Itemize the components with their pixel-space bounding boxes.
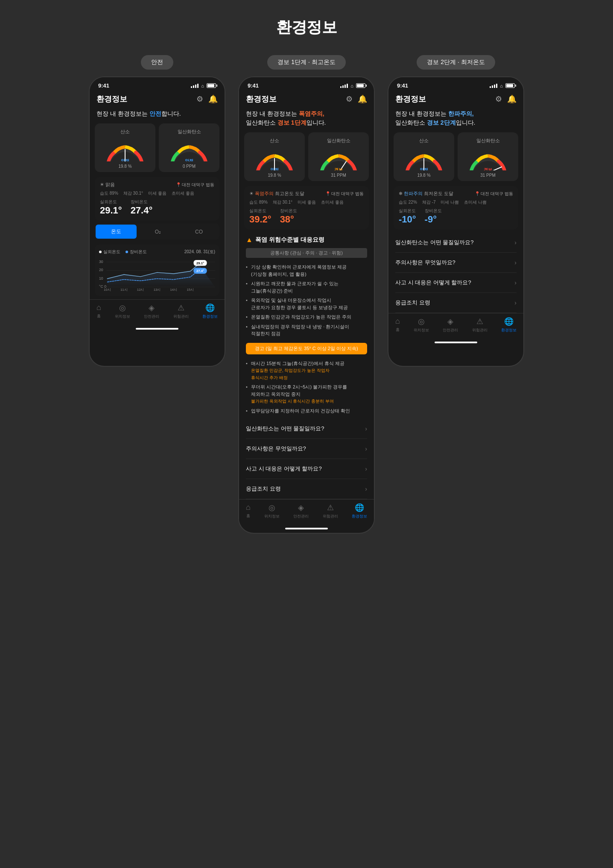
nav-safety-label: 안전관리	[144, 314, 159, 319]
co-gauge-safe: 일산화탄소 안전	[159, 123, 219, 172]
faq-text-4-a2: 응급조치 요령	[395, 299, 430, 307]
header-icons-safe: ⚙ 🔔	[196, 94, 218, 104]
settings-icon-a1[interactable]: ⚙	[346, 94, 353, 104]
humidity-a1: 습도 89%	[249, 199, 268, 205]
weather-strip-alert2: ❄ 한파주의 최저온도 도달 📍 대전 대덕구 법동 습도 22% 체감 -7 …	[394, 186, 518, 229]
weather-temps-a2: 실외온도 -10° 장비온도 -9°	[399, 208, 513, 225]
svg-text:경보: 경보	[484, 167, 492, 170]
app-header-alert2: 환경정보 ⚙ 🔔	[388, 91, 523, 106]
faq-text-4-a1: 응급조치 요령	[246, 485, 281, 493]
nav-location-safe[interactable]: ◎ 위치정보	[115, 303, 130, 319]
common-badge-a1: 공통사항 (관심 · 주의 · 경고 · 위험)	[246, 248, 367, 258]
co-gauge-alert2: 일산화탄소 경보	[458, 132, 518, 181]
phone-alert2-wrapper: 경보 2단계 · 최저온도 9:41 ⌂ 환경정보	[388, 55, 524, 367]
weather-top-a1: ☀ 폭염주의 최고온도 도달 📍 대전 대덕구 법동	[249, 190, 364, 197]
co-label-alert2: 일산화탄소	[476, 137, 500, 144]
cold-highlight2: 경보 2단계	[427, 119, 456, 126]
oxygen-label-alert2: 산소	[419, 137, 429, 144]
nav-danger-safe[interactable]: ⚠ 위험관리	[173, 303, 189, 319]
tab-temp[interactable]: 온도	[96, 225, 137, 239]
ultra-a2: 초미세 나쁨	[464, 199, 487, 205]
nav-env-a2[interactable]: 🌐 환경정보	[501, 317, 517, 333]
settings-icon[interactable]: ⚙	[196, 94, 203, 104]
faq-item-2-a1[interactable]: 주의사항은 무엇일까요? ›	[246, 439, 367, 459]
sub-text-1: 온열질환 민감군, 작업강도가 높은 작업자휴식시간 추가 배정	[251, 368, 330, 380]
bell-icon-a1[interactable]: 🔔	[358, 94, 367, 104]
weather-condition-a2: ❄ 한파주의 최저온도 도달	[399, 190, 453, 197]
danger-icon-a2: ⚠	[476, 317, 483, 326]
bottom-nav-safe: ⌂ 홈 ◎ 위치정보 ◈ 안전관리 ⚠ 위험관리	[90, 299, 225, 324]
nav-safety-label-a2: 안전관리	[443, 327, 458, 333]
chevron-right-icon-3-a2: ›	[514, 279, 517, 286]
nav-danger-a1[interactable]: ⚠ 위험관리	[323, 503, 338, 519]
phone-indicator-safe	[136, 328, 178, 330]
svg-text:30: 30	[99, 260, 103, 264]
nav-env-a1[interactable]: 🌐 환경정보	[352, 503, 367, 519]
alert-item: 온열질환 민감군과 작업강도가 높은 작업은 주의	[246, 312, 367, 322]
svg-text:안전: 안전	[270, 167, 279, 170]
faq-item-1-a2[interactable]: 일산화탄소는 어떤 물질일까요? ›	[395, 233, 517, 253]
alert-title-a1: 폭염 위험수준별 대응요령	[255, 236, 324, 244]
oxygen-gauge-alert2: 산소 안전	[394, 132, 454, 181]
faq-text-3-a2: 사고 시 대응은 어떻게 할까요?	[395, 279, 471, 286]
battery-icon-a1	[356, 83, 365, 88]
outdoor-temp-a1: 실외온도 39.2°	[249, 208, 271, 225]
nav-location-a2[interactable]: ◎ 위치정보	[414, 317, 429, 333]
nav-safety-a1[interactable]: ◈ 안전관리	[293, 503, 309, 519]
phone-safe: 9:41 ⌂ 환경정보 ⚙ 🔔	[89, 76, 225, 367]
bell-icon[interactable]: 🔔	[208, 94, 218, 104]
nav-home-label-a2: 홈	[396, 327, 400, 333]
nav-home-safe[interactable]: ⌂ 홈	[96, 303, 101, 319]
location-icon-a2: ◎	[418, 317, 425, 326]
chevron-right-icon-3: ›	[365, 465, 367, 472]
nav-safety-a2[interactable]: ◈ 안전관리	[443, 317, 458, 333]
weather-strip-alert1: ☀ 폭염주의 최고온도 도달 📍 대전 대덕구 법동 습도 89% 체감 30.…	[244, 186, 369, 229]
nav-location-a1[interactable]: ◎ 위치정보	[264, 503, 280, 519]
svg-text:10시: 10시	[104, 288, 111, 292]
weather-stats-safe: 습도 89% 체감 30.1° 미세 좋음 초미세 좋음	[100, 190, 214, 196]
device-dot	[126, 251, 128, 253]
svg-text:20: 20	[99, 268, 103, 272]
nav-home-a2[interactable]: ⌂ 홈	[395, 317, 400, 333]
phones-container: 안전 9:41 ⌂ 환경정보	[9, 55, 604, 534]
status-time-alert1: 9:41	[248, 82, 259, 89]
home-icon-a2: ⌂	[395, 317, 400, 326]
weather-condition-safe: ☀ 맑음	[100, 181, 115, 188]
co-gauge-container-a2: 경보	[467, 146, 509, 170]
phone-alert1: 9:41 ⌂ 환경정보 ⚙ 🔔	[238, 76, 375, 534]
nav-danger-label: 위험관리	[173, 314, 189, 319]
nav-danger-a2[interactable]: ⚠ 위험관리	[472, 317, 487, 333]
svg-text:12시: 12시	[137, 288, 144, 292]
faq-item-3-a1[interactable]: 사고 시 대응은 어떻게 할까요? ›	[246, 459, 367, 479]
oxygen-label-alert1: 산소	[270, 137, 279, 144]
battery-icon-a2	[505, 83, 515, 88]
faq-item-2-a2[interactable]: 주의사항은 무엇일까요? ›	[395, 253, 517, 273]
faq-item-1-a1[interactable]: 일산화탄소는 어떤 물질일까요? ›	[246, 419, 367, 439]
faq-item-4-a2[interactable]: 응급조치 요령 ›	[395, 293, 517, 313]
nav-env-safe[interactable]: 🌐 환경정보	[202, 303, 218, 319]
alert-item: 시원하고 깨끗한 물과 근로자가 쉴 수 있는그늘(휴식공간) 준비	[246, 279, 367, 295]
oxygen-percent-a2: 19.8 %	[417, 173, 430, 178]
bell-icon-a2[interactable]: 🔔	[507, 94, 517, 104]
tab-bar-safe: 온도 O₂ CO	[95, 224, 219, 240]
nav-safety-safe[interactable]: ◈ 안전관리	[144, 303, 159, 319]
header-icons-alert1: ⚙ 🔔	[346, 94, 367, 104]
gauge-row-alert2: 산소 안전	[388, 132, 523, 186]
danger-icon: ⚠	[178, 303, 184, 313]
location-icon: ◎	[119, 303, 126, 313]
faq-item-3-a2[interactable]: 사고 시 대응은 어떻게 할까요? ›	[395, 273, 517, 293]
faq-item-4-a1[interactable]: 응급조치 요령 ›	[246, 479, 367, 499]
nav-env-label: 환경정보	[202, 314, 218, 319]
nav-home-a1[interactable]: ⌂ 홈	[246, 503, 251, 519]
tab-co[interactable]: CO	[178, 224, 219, 240]
safe-highlight: 안전	[149, 110, 161, 117]
faq-list-a2: 일산화탄소는 어떤 물질일까요? › 주의사항은 무엇일까요? › 사고 시 대…	[388, 233, 523, 313]
settings-icon-a2[interactable]: ⚙	[495, 94, 502, 104]
svg-text:29.1°: 29.1°	[196, 261, 204, 265]
device-temp-a1: 장비온도 38°	[280, 208, 297, 225]
tab-o2[interactable]: O₂	[137, 224, 178, 240]
home-icon: ⌂	[96, 303, 101, 312]
legend-outdoor-label: 실외온도	[103, 249, 120, 255]
co-label-safe: 일산화탄소	[178, 129, 201, 135]
danger-icon-a1: ⚠	[327, 503, 334, 512]
